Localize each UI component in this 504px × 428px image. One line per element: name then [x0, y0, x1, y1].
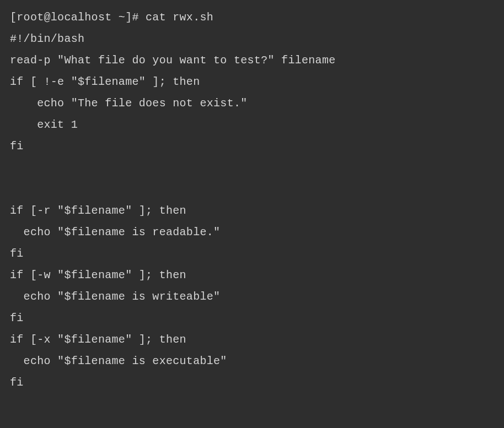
script-line: fi [10, 136, 494, 157]
command-text: cat rwx.sh [146, 11, 213, 24]
shell-prompt: [root@localhost ~]# [10, 11, 146, 24]
script-line: fi [10, 243, 494, 264]
script-blank-line [10, 178, 494, 200]
script-line: #!/bin/bash [10, 28, 494, 50]
script-line: exit 1 [10, 114, 494, 136]
script-line: fi [10, 372, 494, 393]
script-line: if [-w "$filename" ]; then [10, 264, 494, 286]
command-line: [root@localhost ~]# cat rwx.sh [10, 7, 494, 28]
script-line: echo "$filename is writeable" [10, 286, 494, 307]
script-line: if [-r "$filename" ]; then [10, 200, 494, 221]
script-line: if [ !-e "$filename" ]; then [10, 71, 494, 93]
script-line: if [-x "$filename" ]; then [10, 329, 494, 350]
script-line: echo "$filename is executable" [10, 350, 494, 372]
script-line: fi [10, 307, 494, 329]
script-line: echo "$filename is readable." [10, 221, 494, 243]
script-blank-line [10, 157, 494, 178]
script-line: read-p "What file do you want to test?" … [10, 50, 494, 71]
terminal-output: [root@localhost ~]# cat rwx.sh #!/bin/ba… [10, 7, 494, 393]
script-line: echo "The file does not exist." [10, 93, 494, 114]
